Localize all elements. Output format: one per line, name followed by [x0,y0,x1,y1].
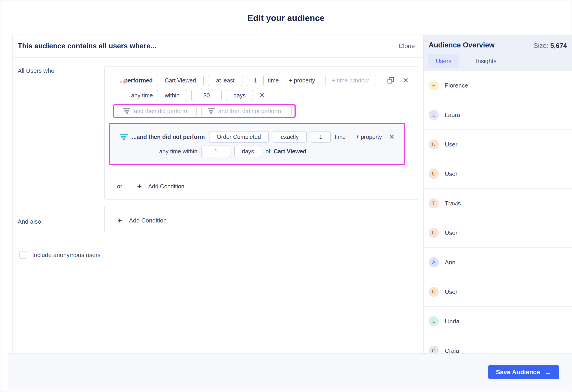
user-list-item[interactable]: L Linda [424,307,572,336]
time-label: time [335,134,346,140]
anonymous-users-row: Include anonymous users [19,251,100,259]
unit-select[interactable]: days [226,90,253,101]
size-value: 5,674 [550,42,567,49]
condition2-row2: any time within days of Cart Viewed [159,146,306,157]
seq-button-label: and then did not perform [218,108,281,114]
add-condition-button[interactable]: + Add Condition [118,216,167,224]
sequence-condition-block: ...and then did not perform Order Comple… [110,124,404,164]
close-icon[interactable]: ✕ [389,133,395,140]
user-list-item[interactable]: F Florence [424,71,572,100]
avatar: U [429,139,439,150]
and-also-label: And also [18,218,41,225]
include-anonymous-checkbox[interactable] [19,251,27,259]
overview-header: Audience Overview Size:5,674 Users Insig… [424,35,572,71]
funnel-icon-active [120,134,128,140]
anytime-within-label: any time within [159,148,197,155]
condition2-prefix: ...and then did not perform [132,134,205,140]
user-list-item[interactable]: U User [424,218,572,248]
user-name: Craig [445,347,459,353]
user-list: F Florence L Laura U User U User T Travi… [424,71,572,353]
duplicate-icon[interactable] [387,77,395,84]
tab-users[interactable]: Users [428,54,459,68]
user-name: User [445,141,458,148]
audience-overview-panel: Audience Overview Size:5,674 Users Insig… [423,34,572,353]
avatar: A [429,257,439,267]
clone-button[interactable]: Clone [398,43,415,50]
save-audience-label: Save Audience [496,369,540,376]
within-select[interactable]: within [157,90,187,101]
add-property-button[interactable]: + property [289,77,315,84]
funnel-icon [208,108,215,114]
or-row: ...or + Add Condition [112,182,184,191]
funnel-icon [123,108,130,114]
audience-size: Size:5,674 [534,42,567,49]
event-select[interactable]: Order Completed [209,131,269,143]
tab-insights[interactable]: Insights [468,54,505,68]
user-list-item[interactable]: U User [424,130,572,159]
overview-tabs: Users Insights [428,54,505,68]
condition2-row1: ...and then did not perform Order Comple… [120,131,395,143]
user-list-item[interactable]: U User [424,277,572,307]
add-condition-label: Add Condition [148,183,184,190]
save-audience-button[interactable]: Save Audience → [488,365,559,379]
include-anonymous-label: Include anonymous users [32,252,100,259]
user-name: User [445,288,458,296]
user-name: User [445,229,458,237]
seq-button-label: and then did perform [134,108,187,114]
add-condition-label: Add Condition [129,217,167,224]
or-label: ...or [112,183,122,190]
footer-bar: Save Audience → [8,353,572,390]
arrow-right-icon: → [545,369,552,376]
count-input[interactable] [311,131,331,143]
time-label: time [268,77,279,84]
operator-select[interactable]: at least [208,75,242,86]
unit-select[interactable]: days [234,146,261,157]
avatar: L [429,110,439,120]
group-label: All Users who [18,67,54,75]
avatar: U [429,228,439,238]
reference-event-label: Cart Viewed [273,148,306,155]
user-list-item[interactable]: A Ann [424,248,572,277]
avatar: U [429,287,439,297]
operator-select[interactable]: exactly [273,131,307,143]
close-icon[interactable]: ✕ [259,92,265,99]
time-window-button[interactable]: + time window [325,75,375,86]
and-also-divider [104,206,105,232]
highlight-annotation-condition: ...and then did not perform Order Comple… [109,123,405,165]
plus-icon: + [118,216,122,224]
avatar: T [429,198,439,209]
user-name: Laura [445,111,460,119]
editor-header: This audience contains all users where..… [13,35,423,58]
and-then-did-not-perform-button[interactable]: and then did not perform [201,106,292,116]
audience-editor-page: Edit your audience This audience contain… [0,0,572,392]
user-name: Florence [445,82,468,89]
anytime-label: any time [131,92,153,99]
window-value-input[interactable] [201,146,230,157]
editor-title: This audience contains all users where..… [18,42,156,50]
user-list-item[interactable]: U User [424,159,572,189]
condition-card: ...performed Cart Viewed at least time +… [104,66,418,200]
user-list-item[interactable]: T Travis [424,189,572,218]
of-label: of [266,148,270,155]
overview-title: Audience Overview [429,41,494,49]
avatar: F [429,80,439,90]
close-icon[interactable]: ✕ [403,77,409,84]
user-list-item[interactable]: C Craig [424,336,572,353]
plus-icon: + [137,182,142,190]
highlight-annotation-sequence: and then did perform and then did not pe… [113,104,296,118]
and-then-did-perform-button[interactable]: and then did perform [117,106,197,116]
count-input[interactable] [247,75,264,86]
avatar: C [429,346,439,353]
window-value-input[interactable] [191,90,222,101]
event-select[interactable]: Cart Viewed [157,75,204,86]
add-property-button[interactable]: + property [356,134,382,140]
section-divider [13,245,423,245]
size-label: Size: [534,42,548,49]
user-name: Linda [445,318,460,325]
add-condition-button[interactable]: + Add Condition [137,182,184,190]
user-name: Travis [445,200,461,207]
avatar: L [429,316,439,326]
user-list-item[interactable]: L Laura [424,100,572,130]
condition1-prefix: ...performed [119,77,153,84]
user-name: User [445,170,458,178]
